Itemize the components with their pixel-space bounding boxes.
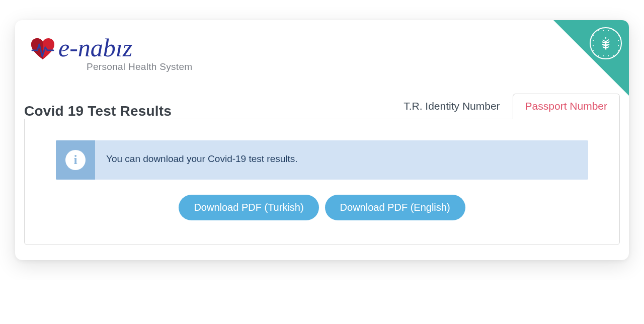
title-row: Covid 19 Test Results T.R. Identity Numb… — [15, 94, 629, 119]
download-pdf-english-button[interactable]: Download PDF (English) — [325, 195, 465, 220]
content-panel: i You can download your Covid-19 test re… — [24, 119, 620, 245]
brand-tagline: Personal Health System — [87, 61, 614, 72]
page-title: Covid 19 Test Results — [24, 103, 172, 119]
brand-text-icon: e-nabız — [58, 35, 179, 63]
download-pdf-turkish-button[interactable]: Download PDF (Turkish) — [179, 195, 318, 220]
brand-area: e-nabız Personal Health System — [15, 20, 629, 93]
corner-triangle — [553, 20, 629, 96]
svg-text:e-nabız: e-nabız — [58, 35, 132, 62]
info-bar: i You can download your Covid-19 test re… — [56, 140, 588, 180]
button-row: Download PDF (Turkish) Download PDF (Eng… — [56, 195, 588, 220]
heart-logo-icon — [30, 37, 55, 61]
tab-passport-number[interactable]: Passport Number — [513, 94, 620, 119]
info-icon: i — [65, 150, 86, 170]
ministry-emblem — [590, 27, 622, 59]
info-message: You can download your Covid-19 test resu… — [95, 140, 588, 180]
caduceus-icon — [598, 36, 613, 51]
info-icon-box: i — [56, 140, 95, 180]
tab-identity-number[interactable]: T.R. Identity Number — [391, 94, 512, 119]
tabs: T.R. Identity Number Passport Number — [391, 94, 620, 119]
main-card: e-nabız Personal Health System Covid 19 … — [15, 20, 629, 260]
